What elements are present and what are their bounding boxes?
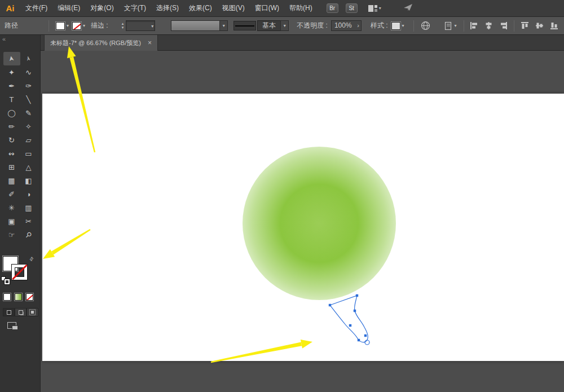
collapse-icon: « bbox=[2, 36, 6, 42]
align-bottom-icon[interactable] bbox=[550, 21, 558, 30]
menu-type[interactable]: 文字(T) bbox=[119, 0, 151, 16]
tool-icon: ➤ bbox=[7, 55, 16, 62]
align-center-icon[interactable] bbox=[484, 21, 493, 30]
selection-tool[interactable]: ➤ bbox=[3, 52, 20, 65]
align-right-icon[interactable] bbox=[499, 21, 508, 30]
slice-tool[interactable]: ✂ bbox=[20, 214, 37, 228]
perspective-grid-tool[interactable]: △ bbox=[20, 160, 37, 174]
brush-dropdown-button[interactable]: ▾ bbox=[219, 20, 228, 31]
brush-definition-select[interactable] bbox=[171, 20, 219, 31]
shaper-tool[interactable]: ✧ bbox=[20, 120, 37, 133]
recolor-artwork-button[interactable] bbox=[421, 21, 430, 30]
none-button[interactable] bbox=[26, 293, 33, 301]
align-top-icon[interactable] bbox=[521, 21, 529, 30]
default-fill-stroke-icon[interactable] bbox=[1, 276, 10, 284]
menu-help[interactable]: 帮助(H) bbox=[284, 0, 318, 16]
menu-object[interactable]: 对象(O) bbox=[85, 0, 118, 16]
menu-edit[interactable]: 编辑(E) bbox=[52, 0, 85, 16]
menu-items: 文件(F)编辑(E)对象(O)文字(T)选择(S)效果(C)视图(V)窗口(W)… bbox=[20, 0, 318, 16]
column-graph-tool[interactable]: ▥ bbox=[20, 201, 37, 214]
stroke-color-dropdown[interactable]: ▾ bbox=[72, 20, 85, 32]
width-tool[interactable]: ↭ bbox=[3, 147, 20, 160]
tool-icon: ✧ bbox=[25, 122, 32, 131]
tool-icon: ▭ bbox=[25, 149, 32, 158]
basic-label: 基本 bbox=[262, 21, 276, 29]
free-transform-tool[interactable]: ▭ bbox=[20, 147, 37, 160]
ellipse-tool[interactable]: ◯ bbox=[3, 106, 20, 120]
stroke-width-select[interactable]: ▾ bbox=[126, 20, 155, 31]
tool-icon: ▦ bbox=[8, 177, 15, 185]
close-icon[interactable]: × bbox=[148, 39, 152, 47]
bridge-button[interactable]: Br bbox=[327, 3, 338, 13]
basic-dropdown-button[interactable]: ▾ bbox=[280, 20, 289, 31]
menu-view[interactable]: 视图(V) bbox=[217, 0, 250, 16]
menu-file[interactable]: 文件(F) bbox=[20, 0, 52, 16]
chevron-down-icon: ▾ bbox=[455, 23, 457, 28]
chevron-right-icon: › bbox=[357, 21, 359, 30]
stock-button[interactable]: St bbox=[346, 3, 358, 13]
document-tab[interactable]: 未标题-7* @ 66.67% (RGB/预览) × bbox=[44, 35, 158, 51]
gradient-button[interactable] bbox=[15, 293, 22, 301]
align-middle-icon[interactable] bbox=[535, 21, 544, 30]
magic-wand-tool[interactable]: ✦ bbox=[3, 65, 20, 79]
fill-color-dropdown[interactable]: ▾ bbox=[56, 20, 69, 32]
draw-normal-button[interactable] bbox=[3, 308, 15, 316]
pencil-tool[interactable]: ✏ bbox=[3, 120, 20, 133]
tool-icon: ╲ bbox=[27, 95, 31, 104]
workspace-switcher[interactable]: ▾ bbox=[368, 4, 381, 13]
menu-bar: Ai 文件(F)编辑(E)对象(O)文字(T)选择(S)效果(C)视图(V)窗口… bbox=[0, 0, 564, 17]
lasso-tool[interactable]: ∿ bbox=[20, 65, 37, 79]
pen-tool[interactable]: ✒ bbox=[3, 79, 20, 93]
symbol-sprayer-tool[interactable]: ✳ bbox=[3, 201, 20, 214]
tool-icon: △ bbox=[26, 163, 32, 171]
menu-item-label: 帮助(H) bbox=[289, 4, 312, 12]
tool-icon: ✳ bbox=[8, 204, 15, 212]
menu-window[interactable]: 窗口(W) bbox=[250, 0, 284, 16]
swap-fill-stroke-icon[interactable]: ⇄ bbox=[28, 256, 35, 262]
document-setup-button[interactable]: ▾ bbox=[444, 21, 457, 30]
tool-icon: ◧ bbox=[25, 177, 32, 185]
tool-icon: ▱ bbox=[26, 136, 32, 144]
stroke-color-indicator[interactable] bbox=[12, 265, 27, 280]
brush-basic-button[interactable]: 基本 bbox=[257, 20, 280, 31]
blend-tool[interactable]: ◑ bbox=[20, 187, 37, 201]
curvature-tool[interactable]: ✑ bbox=[20, 79, 37, 93]
scale-tool[interactable]: ▱ bbox=[20, 133, 37, 147]
hand-tool[interactable]: ☞ bbox=[3, 228, 20, 241]
color-mode-buttons bbox=[3, 293, 33, 301]
tool-icon: ✐ bbox=[8, 190, 15, 199]
direct-selection-tool[interactable]: ➢ bbox=[20, 52, 37, 65]
opacity-select[interactable]: 100% › bbox=[331, 20, 362, 31]
shape-builder-tool[interactable]: ⊞ bbox=[3, 160, 20, 174]
mesh-tool[interactable]: ▦ bbox=[3, 174, 20, 187]
menu-item-label: 对象(O) bbox=[90, 4, 113, 12]
tools-panel: « ➤➢✦∿✒✑T╲◯✎✏✧↻▱↭▭⊞△▦◧✐◑✳▥▣✂☞⚲ ⇄ bbox=[0, 35, 41, 392]
rotate-tool[interactable]: ↻ bbox=[3, 133, 20, 147]
eyedropper-tool[interactable]: ✐ bbox=[3, 187, 20, 201]
tool-icon: ✒ bbox=[8, 82, 15, 90]
menu-effect[interactable]: 效果(C) bbox=[184, 0, 217, 16]
screen-mode-button[interactable] bbox=[7, 322, 21, 332]
style-label: 样式 : bbox=[371, 21, 388, 30]
panel-collapse-button[interactable]: « bbox=[0, 35, 40, 44]
zoom-tool[interactable]: ⚲ bbox=[20, 228, 37, 241]
tool-icon: ◯ bbox=[7, 109, 16, 117]
stroke-width-stepper[interactable]: ▴ ▾ bbox=[122, 22, 124, 30]
menu-select[interactable]: 选择(S) bbox=[151, 0, 184, 16]
style-dropdown[interactable]: ▾ bbox=[391, 20, 404, 32]
draw-behind-button[interactable] bbox=[15, 308, 27, 316]
gradient-circle-object[interactable] bbox=[243, 147, 396, 300]
context-label: 路径 bbox=[5, 21, 18, 30]
document-tab-bar: 未标题-7* @ 66.67% (RGB/预览) × bbox=[41, 35, 564, 51]
align-left-icon[interactable] bbox=[470, 21, 478, 30]
draw-inside-button[interactable] bbox=[27, 308, 38, 316]
paintbrush-tool[interactable]: ✎ bbox=[20, 106, 37, 120]
gradient-tool[interactable]: ◧ bbox=[20, 174, 37, 187]
color-button[interactable] bbox=[3, 293, 11, 301]
share-button[interactable] bbox=[403, 3, 413, 14]
artboard-tool[interactable]: ▣ bbox=[3, 214, 20, 228]
stroke-style-preview bbox=[233, 21, 256, 30]
line-segment-tool[interactable]: ╲ bbox=[20, 93, 37, 106]
type-tool[interactable]: T bbox=[3, 93, 20, 106]
canvas-area[interactable] bbox=[41, 51, 564, 392]
